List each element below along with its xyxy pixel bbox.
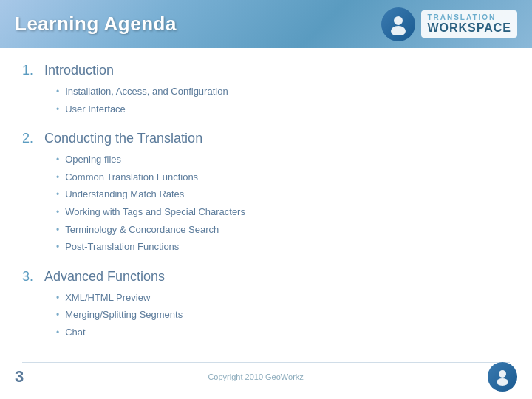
section-3: 3. Advanced Functions XML/HTML Preview M… (22, 269, 510, 341)
section-1-number: 1. (22, 63, 37, 78)
section-1: 1. Introduction Installation, Access, an… (22, 63, 510, 117)
section-3-header: 3. Advanced Functions (22, 269, 510, 284)
section-3-title: Advanced Functions (44, 269, 165, 284)
section-2-header: 2. Conducting the Translation (22, 131, 510, 146)
page-number: 3 (15, 367, 24, 386)
logo-workspace-text: WORKSPACE (427, 21, 511, 35)
list-item: Understanding Match Rates (56, 185, 510, 203)
svg-point-1 (391, 26, 406, 35)
section-2-number: 2. (22, 131, 37, 146)
header: Learning Agenda TRANSLATION WORKSPACE (0, 0, 532, 48)
logo-badge: TRANSLATION WORKSPACE (421, 10, 517, 38)
list-item: Working with Tags and Special Characters (56, 203, 510, 221)
section-3-number: 3. (22, 269, 37, 284)
section-1-title: Introduction (44, 63, 114, 78)
section-2: 2. Conducting the Translation Opening fi… (22, 131, 510, 256)
header-logo-area: TRANSLATION WORKSPACE (381, 7, 517, 41)
list-item: Terminology & Concordance Search (56, 221, 510, 239)
list-item: User Interface (56, 100, 510, 118)
footer-logo-circle (488, 362, 517, 392)
list-item: XML/HTML Preview (56, 289, 510, 307)
content-area: 1. Introduction Installation, Access, an… (0, 48, 532, 362)
list-item: Chat (56, 324, 510, 341)
section-3-bullets: XML/HTML Preview Merging/Splitting Segme… (56, 289, 510, 341)
logo-circle-icon (381, 7, 415, 41)
header-title: Learning Agenda (15, 13, 177, 35)
logo-translation-text: TRANSLATION (427, 13, 496, 21)
list-item: Common Translation Functions (56, 168, 510, 186)
section-2-title: Conducting the Translation (44, 131, 202, 146)
section-1-bullets: Installation, Access, and Configuration … (56, 83, 510, 117)
svg-point-2 (499, 370, 506, 378)
footer: 3 Copyright 2010 GeoWorkz (0, 362, 532, 392)
section-2-bullets: Opening files Common Translation Functio… (56, 151, 510, 256)
svg-point-3 (497, 378, 508, 386)
section-1-header: 1. Introduction (22, 63, 510, 78)
list-item: Post-Translation Functions (56, 238, 510, 256)
list-item: Opening files (56, 151, 510, 168)
list-item: Merging/Splitting Segments (56, 306, 510, 324)
list-item: Installation, Access, and Configuration (56, 83, 510, 100)
svg-point-0 (394, 16, 403, 25)
copyright-text: Copyright 2010 GeoWorkz (208, 372, 303, 381)
